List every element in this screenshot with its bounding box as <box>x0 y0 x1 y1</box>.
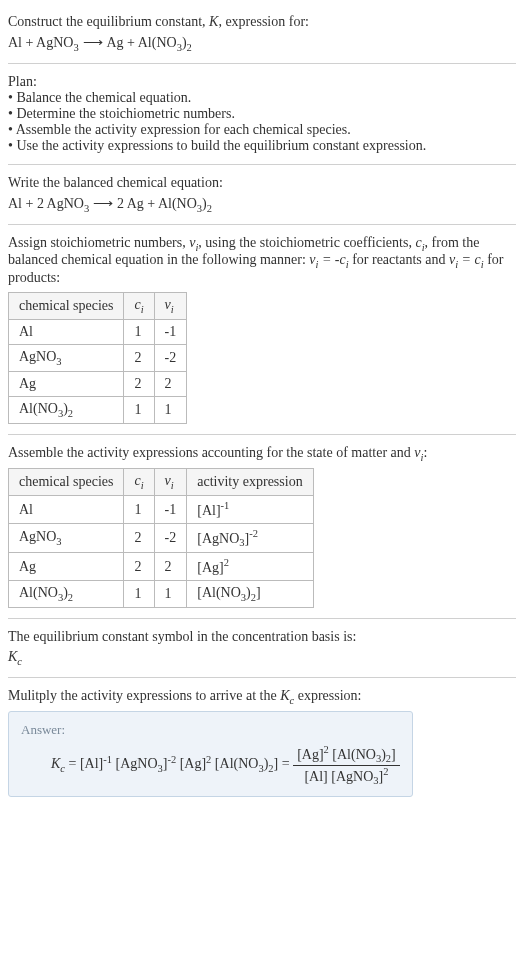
ans-k: K <box>51 757 60 772</box>
balanced-section: Write the balanced chemical equation: Al… <box>8 169 516 220</box>
mu-p1: Mulitply the activity expressions to arr… <box>8 688 280 703</box>
th-c-sub: i <box>141 480 144 491</box>
ans-p4: [Ag] <box>176 757 206 772</box>
de: 2 <box>383 766 388 777</box>
td-ae: [AgNO3]-2 <box>187 523 313 552</box>
th-species: chemical species <box>9 469 124 496</box>
divider <box>8 618 516 619</box>
td-c: 1 <box>124 319 154 344</box>
ec-c: c <box>17 656 22 667</box>
td-nu: 2 <box>154 371 187 396</box>
frac-den: [Al] [AgNO3]2 <box>293 766 400 786</box>
td-species: Al <box>9 496 124 524</box>
bal-lhs: Al + 2 AgNO <box>8 196 84 211</box>
td-species: Al(NO3)2 <box>9 580 124 607</box>
answer-label: Answer: <box>21 722 400 738</box>
divider <box>8 434 516 435</box>
table-row: Ag 2 2 [Ag]2 <box>9 553 314 581</box>
answer-expression: Kc = [Al]-1 [AgNO3]-2 [Ag]2 [Al(NO3)2] =… <box>21 744 400 786</box>
table-header-row: chemical species ci νi activity expressi… <box>9 469 314 496</box>
divider <box>8 164 516 165</box>
mult-text: Mulitply the activity expressions to arr… <box>8 688 516 706</box>
td-nu: -2 <box>154 523 187 552</box>
td-nu: 1 <box>154 396 187 423</box>
intro-p2: , expression for: <box>218 14 309 29</box>
td-species: AgNO3 <box>9 344 124 371</box>
intro-text: Construct the equilibrium constant, K, e… <box>8 14 516 30</box>
ec-p1: The equilibrium constant symbol in the c… <box>8 629 516 645</box>
activity-text: Assemble the activity expressions accoun… <box>8 445 516 463</box>
aeexp: -1 <box>221 500 230 511</box>
ans-e2: -2 <box>167 754 176 765</box>
td-species: Ag <box>9 371 124 396</box>
eq-arrow: ⟶ <box>79 34 107 50</box>
intro-section: Construct the equilibrium constant, K, e… <box>8 8 516 59</box>
plan-b2: • Determine the stoichiometric numbers. <box>8 106 516 122</box>
st-p2: , using the stoichiometric coefficients, <box>198 235 415 250</box>
td-species: Ag <box>9 553 124 581</box>
divider <box>8 224 516 225</box>
stoich-table: chemical species ci νi Al 1 -1 AgNO3 2 -… <box>8 292 187 423</box>
eq-sub3: 2 <box>187 42 192 53</box>
eq-lhs: Al + AgNO <box>8 35 73 50</box>
sp-a: AgNO <box>19 529 56 544</box>
ac-colon: : <box>423 445 427 460</box>
d1: [Al] [AgNO <box>304 768 373 783</box>
answer-fraction: [Ag]2 [Al(NO3)2][Al] [AgNO3]2 <box>293 744 400 786</box>
balanced-equation: Al + 2 AgNO3 ⟶ 2 Ag + Al(NO3)2 <box>8 195 516 214</box>
bal-sub3: 2 <box>207 203 212 214</box>
td-c: 1 <box>124 396 154 423</box>
td-c: 1 <box>124 580 154 607</box>
activity-table: chemical species ci νi activity expressi… <box>8 468 314 607</box>
td-c: 2 <box>124 344 154 371</box>
td-species: Al <box>9 319 124 344</box>
stoich-text: Assign stoichiometric numbers, νi, using… <box>8 235 516 287</box>
activity-section: Assemble the activity expressions accoun… <box>8 439 516 614</box>
th-ae: activity expression <box>187 469 313 496</box>
ans-p5: [Al(NO <box>211 757 258 772</box>
plan-section: Plan: • Balance the chemical equation. •… <box>8 68 516 160</box>
bal-arrow: ⟶ <box>89 195 117 211</box>
table-row: Al(NO3)2 1 1 <box>9 396 187 423</box>
sp-sub2: 2 <box>68 408 73 419</box>
intro-k: K <box>209 14 218 29</box>
plan-b4: • Use the activity expressions to build … <box>8 138 516 154</box>
divider <box>8 63 516 64</box>
ec-symbol: Kc <box>8 649 516 667</box>
ae1: [Ag] <box>197 560 223 575</box>
td-ae: [Al]-1 <box>187 496 313 524</box>
divider <box>8 677 516 678</box>
aeexp: -2 <box>249 528 258 539</box>
ans-p7: ] = <box>274 757 294 772</box>
mu-k: K <box>280 688 289 703</box>
td-nu: -2 <box>154 344 187 371</box>
table-row: Al 1 -1 <box>9 319 187 344</box>
sp-sub: 3 <box>56 356 61 367</box>
aeexp: 2 <box>224 557 229 568</box>
th-nu-sub: i <box>171 480 174 491</box>
td-c: 2 <box>124 553 154 581</box>
td-species: AgNO3 <box>9 523 124 552</box>
sp-a: Al(NO <box>19 585 58 600</box>
th-nu-sub: i <box>171 304 174 315</box>
th-c: ci <box>124 469 154 496</box>
ec-k: K <box>8 649 17 664</box>
table-row: Al 1 -1 [Al]-1 <box>9 496 314 524</box>
st-p1: Assign stoichiometric numbers, <box>8 235 189 250</box>
n1: [Ag] <box>297 747 323 762</box>
ae1: [AgNO <box>197 530 239 545</box>
plan-b1: • Balance the chemical equation. <box>8 90 516 106</box>
td-species: Al(NO3)2 <box>9 396 124 423</box>
plan-title: Plan: <box>8 74 516 90</box>
td-ae: [Ag]2 <box>187 553 313 581</box>
ae3: ] <box>256 585 261 600</box>
ans-e1: -1 <box>103 754 112 765</box>
table-header-row: chemical species ci νi <box>9 293 187 320</box>
sp-a: AgNO <box>19 349 56 364</box>
td-c: 2 <box>124 523 154 552</box>
th-nu: νi <box>154 293 187 320</box>
balanced-title: Write the balanced chemical equation: <box>8 175 516 191</box>
table-row: AgNO3 2 -2 <box>9 344 187 371</box>
td-nu: 1 <box>154 580 187 607</box>
plan-b3: • Assemble the activity expression for e… <box>8 122 516 138</box>
